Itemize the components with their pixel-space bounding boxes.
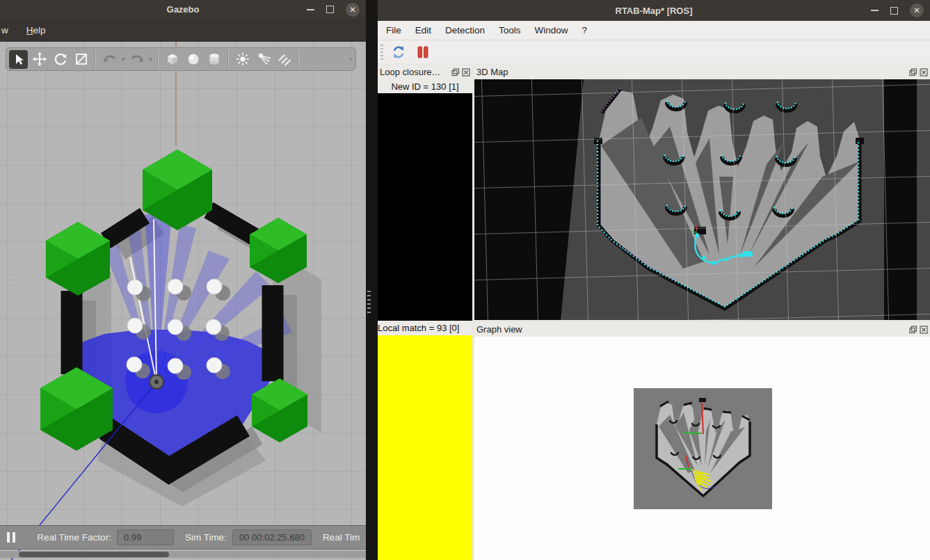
close-panel-icon[interactable] xyxy=(461,67,470,77)
refresh-button[interactable] xyxy=(390,43,408,61)
undo-button[interactable] xyxy=(100,50,119,69)
point-light-icon xyxy=(235,51,250,67)
box-icon xyxy=(165,51,180,67)
point-light-button[interactable] xyxy=(233,50,252,69)
scale-tool-button[interactable] xyxy=(72,50,90,69)
undock-icon[interactable] xyxy=(451,67,460,77)
close-panel-icon[interactable] xyxy=(919,67,928,77)
gazebo-scene xyxy=(0,42,366,560)
cylinder-icon xyxy=(207,51,222,67)
maximize-icon[interactable] xyxy=(890,7,898,15)
gazebo-window-title: Gazebo xyxy=(167,4,200,15)
gazebo-statusbar: . Real Time Factor: 0.99 Sim Time: 00 00… xyxy=(0,525,366,550)
map3d-render xyxy=(474,79,930,320)
loop-closure-panel-header: Loop closure… xyxy=(378,65,472,79)
undo-dropdown-caret[interactable]: ▾ xyxy=(122,56,125,63)
directional-light-button[interactable] xyxy=(275,50,294,69)
sim-pause-button[interactable] xyxy=(7,532,15,543)
pause-icon xyxy=(416,45,430,60)
cylinder-obstacles xyxy=(127,279,230,380)
undo-arrow-icon xyxy=(102,52,118,66)
rotate-icon xyxy=(53,51,68,67)
map3d-panel-header: 3D Map xyxy=(474,65,930,79)
map3d-viewport[interactable] xyxy=(474,79,930,320)
close-icon[interactable]: ✕ xyxy=(910,3,924,17)
toolbar-overflow-caret[interactable]: ▾ xyxy=(349,56,353,63)
toolbar-drag-handle[interactable] xyxy=(380,45,383,60)
pause-button[interactable] xyxy=(414,43,432,61)
rtabmap-menubar: File Edit Detection Tools Window ? xyxy=(378,21,930,40)
rtabmap-dock-area: Loop closure… New ID = 130 [1] Local mat… xyxy=(378,63,930,560)
window-splitter-handle[interactable] xyxy=(367,291,371,316)
menu-item-help[interactable]: Help xyxy=(26,25,46,35)
gazebo-toolbar: ▾ ▾ xyxy=(6,47,356,71)
redo-arrow-icon xyxy=(129,52,145,66)
graph-map-render xyxy=(634,388,772,509)
close-panel-icon[interactable] xyxy=(919,325,928,334)
spot-light-button[interactable] xyxy=(254,50,273,69)
menu-tools[interactable]: Tools xyxy=(499,25,521,35)
local-match-label: Local match = 93 [0] xyxy=(378,321,472,335)
map-column: 3D Map xyxy=(474,65,930,560)
insert-box-button[interactable] xyxy=(163,50,182,69)
statusbar-dot: . xyxy=(25,533,27,543)
map3d-title: 3D Map xyxy=(476,67,508,77)
loop-closure-title: Loop closure… xyxy=(380,67,440,77)
rtabmap-toolbar xyxy=(378,40,930,64)
scrollbar-thumb[interactable] xyxy=(19,552,169,557)
scale-icon xyxy=(74,51,89,67)
desktop: { "gazebo": { "title": "Gazebo", "menu_i… xyxy=(0,0,930,560)
loop-closure-column: Loop closure… New ID = 130 [1] Local mat… xyxy=(378,65,472,560)
local-match-image xyxy=(378,335,472,560)
gazebo-window: Gazebo ✕ w Help xyxy=(0,0,366,560)
move-icon xyxy=(32,51,47,67)
menu-edit[interactable]: Edit xyxy=(415,25,431,35)
rtabmap-titlebar[interactable]: RTAB-Map* [ROS] ✕ xyxy=(378,0,930,21)
graph-view-title: Graph view xyxy=(476,324,522,335)
gazebo-menubar: w Help xyxy=(0,19,366,42)
horizontal-scrollbar[interactable] xyxy=(0,551,366,558)
insert-cylinder-button[interactable] xyxy=(205,50,223,69)
translate-tool-button[interactable] xyxy=(30,50,49,69)
toolbar-separator xyxy=(298,50,299,68)
directional-light-icon xyxy=(277,51,292,67)
rotate-tool-button[interactable] xyxy=(51,50,70,69)
menu-window[interactable]: Window xyxy=(535,25,568,35)
spot-light-icon xyxy=(256,51,271,67)
undock-icon[interactable] xyxy=(908,67,917,77)
graph-viewport[interactable] xyxy=(474,337,930,560)
graph-panel-header: Graph view xyxy=(474,322,930,337)
real-time-factor-value: 0.99 xyxy=(117,529,174,545)
loop-closure-new-id: New ID = 130 [1] xyxy=(378,79,472,93)
select-tool-button[interactable] xyxy=(9,50,28,69)
minimize-icon[interactable] xyxy=(871,10,879,11)
robot xyxy=(150,375,163,389)
sphere-icon xyxy=(186,51,201,67)
menu-help[interactable]: ? xyxy=(582,25,588,35)
cursor-arrow-icon xyxy=(12,52,26,66)
menu-item-partial[interactable]: w xyxy=(1,25,8,35)
gazebo-3d-viewport[interactable]: ▾ ▾ xyxy=(0,42,366,560)
real-time-label: Real Tim xyxy=(323,532,360,543)
rtabmap-window-title: RTAB-Map* [ROS] xyxy=(616,6,693,16)
real-time-factor-label: Real Time Factor: xyxy=(37,532,111,543)
loop-closure-image xyxy=(378,93,472,321)
refresh-icon xyxy=(391,45,406,60)
redo-button[interactable] xyxy=(128,50,147,69)
gazebo-titlebar[interactable]: Gazebo ✕ xyxy=(0,0,366,19)
minimize-icon[interactable] xyxy=(307,9,314,10)
redo-dropdown-caret[interactable]: ▾ xyxy=(150,56,153,63)
undock-icon[interactable] xyxy=(908,325,917,334)
insert-sphere-button[interactable] xyxy=(184,50,202,69)
toolbar-separator xyxy=(227,50,229,68)
sim-time-label: Sim Time: xyxy=(185,532,227,543)
toolbar-separator xyxy=(157,50,159,68)
toolbar-separator xyxy=(95,50,96,68)
close-icon[interactable]: ✕ xyxy=(346,3,360,17)
menu-detection[interactable]: Detection xyxy=(445,25,485,35)
menu-file[interactable]: File xyxy=(386,25,401,35)
rtabmap-window: RTAB-Map* [ROS] ✕ File Edit Detection To… xyxy=(378,0,930,560)
maximize-icon[interactable] xyxy=(326,6,334,13)
sim-time-value: 00 00:02:25.680 xyxy=(232,529,312,545)
